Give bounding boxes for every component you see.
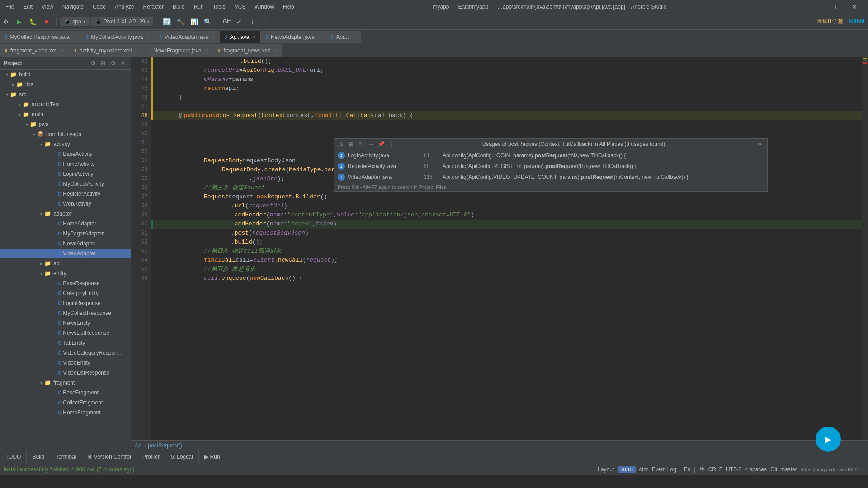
- menu-navigate[interactable]: Navigate: [61, 3, 85, 11]
- tree-item-WebActivity[interactable]: C WebActivity: [0, 199, 131, 209]
- status-time[interactable]: 06:18: [618, 466, 636, 473]
- code-editor[interactable]: 42 43 44 45 46 47 48 49 50 51 52 53 54 5…: [131, 57, 868, 440]
- popup-pin-icon[interactable]: 📌: [377, 141, 385, 148]
- sidebar-icon-settings[interactable]: ⚙: [89, 59, 97, 67]
- status-ctor[interactable]: ctor: [639, 466, 648, 473]
- tree-item-LoginResponse[interactable]: C LoginResponse: [0, 298, 131, 308]
- close-icon[interactable]: ✕: [211, 34, 215, 40]
- tab-videoadapter[interactable]: J VideoAdapter.java ✕: [155, 31, 220, 43]
- tab-activity-mycollect-xml[interactable]: X activity_mycollect.xml ✕: [69, 44, 143, 57]
- menu-run[interactable]: Run: [192, 3, 206, 11]
- menu-analyze[interactable]: Analyze: [113, 3, 136, 11]
- menu-bar[interactable]: File Edit View Navigate Code Analyze Ref…: [4, 3, 296, 11]
- close-icon[interactable]: ✕: [273, 48, 277, 54]
- tab-newsadapter[interactable]: J NewsAdapter.java ✕: [261, 31, 326, 43]
- tree-item-src[interactable]: ▾ 📁 src: [0, 89, 131, 99]
- toolbar-profile-button[interactable]: 📊: [188, 16, 200, 28]
- tab-logcat[interactable]: 5: Logcat: [165, 450, 199, 463]
- status-half2[interactable]: 半: [699, 465, 705, 473]
- tree-item-CategoryEntity[interactable]: C CategoryEntity: [0, 288, 131, 298]
- tab-terminal[interactable]: Terminal: [50, 450, 82, 463]
- path-file[interactable]: Api: [135, 442, 142, 449]
- path-method[interactable]: postRequest(): [148, 442, 182, 449]
- sidebar-icon-layout[interactable]: ⊟: [99, 59, 107, 67]
- tree-item-RegisterActivity[interactable]: C RegisterActivity: [0, 189, 131, 199]
- status-en[interactable]: En: [684, 466, 691, 473]
- popup-grid-icon[interactable]: ⊞: [348, 141, 355, 148]
- tree-item-VideoCategoryResponse[interactable]: C VideoCategoryRespon…: [0, 348, 131, 358]
- git-button-1[interactable]: ✓: [233, 16, 245, 28]
- tree-item-MyPagerAdapter[interactable]: C MyPagerAdapter: [0, 229, 131, 239]
- tab-fragment-video-xml[interactable]: X fragment_video.xml ✕: [0, 44, 69, 57]
- bilibili-float-button[interactable]: ▶: [816, 427, 841, 452]
- close-icon[interactable]: ✕: [72, 34, 76, 40]
- popup-back-icon[interactable]: S: [338, 141, 345, 148]
- tree-item-entity-folder[interactable]: ▾ 📁 entity: [0, 268, 131, 278]
- close-icon[interactable]: ✕: [252, 34, 256, 40]
- close-icon[interactable]: ✕: [134, 48, 138, 54]
- tab-mycollectresponse[interactable]: J MyCollectResponse.java ✕: [0, 31, 81, 43]
- menu-build[interactable]: Build: [171, 3, 187, 11]
- tree-item-MyCollectResponse[interactable]: C MyCollectResponse: [0, 308, 131, 318]
- status-spaces[interactable]: 4 spaces: [745, 466, 767, 473]
- tab-mycollectactivity[interactable]: J MyCollectActivity.java ✕: [81, 31, 155, 43]
- menu-code[interactable]: Code: [91, 3, 108, 11]
- code-content[interactable]: .build(); requestUrl = ApiConfig.BASE_UR…: [151, 57, 868, 440]
- tree-item-adapter-folder[interactable]: ▾ 📁 adapter: [0, 209, 131, 219]
- device-selector[interactable]: 📱 app ▾: [60, 17, 90, 26]
- tab-todo[interactable]: TODO: [0, 450, 27, 463]
- close-button[interactable]: ✕: [844, 0, 864, 14]
- tree-item-BaseResponse[interactable]: C BaseResponse: [0, 278, 131, 288]
- tree-item-HomeFragment[interactable]: C HomeFragment: [0, 408, 131, 418]
- status-git-branch[interactable]: Git: master: [770, 466, 797, 473]
- toolbar-run-button[interactable]: ▶: [14, 16, 25, 28]
- tree-item-main[interactable]: ▾ 📁 main: [0, 109, 131, 119]
- tree-item-BaseFragment[interactable]: C BaseFragment: [0, 388, 131, 398]
- tree-item-CollectFragment[interactable]: C CollectFragment: [0, 398, 131, 408]
- tree-item-java[interactable]: ▾ 📁 java: [0, 119, 131, 129]
- close-icon[interactable]: ✕: [204, 48, 208, 54]
- tree-item-MyCollectActivity[interactable]: C MyCollectActivity: [0, 179, 131, 189]
- menu-tools[interactable]: Tools: [211, 3, 227, 11]
- sidebar-icon-close[interactable]: ✕: [119, 59, 127, 67]
- popup-menu-icon[interactable]: ⋮: [387, 141, 395, 148]
- tree-item-libs[interactable]: ▸ 📁 libs: [0, 80, 131, 89]
- tree-item-TabEntity[interactable]: C TabEntity: [0, 338, 131, 348]
- avd-selector[interactable]: 📱 Pixel 3 XL API 29 ▾: [91, 17, 153, 26]
- tree-item-androidtest[interactable]: ▸ 📁 androidTest: [0, 99, 131, 109]
- usage-row-1[interactable]: J LoginActivity.java 61 Api.config(ApiCo…: [334, 150, 767, 161]
- popup-refresh-icon[interactable]: ↻: [358, 141, 365, 148]
- status-event-log[interactable]: Event Log: [652, 466, 676, 473]
- tree-item-build[interactable]: ▾ 📁 build: [0, 70, 131, 80]
- tree-item-VideoListResponse[interactable]: C VideoListResponse: [0, 368, 131, 378]
- tree-item-api-folder[interactable]: ▸ 📁 api: [0, 258, 131, 268]
- status-half1[interactable]: |: [694, 466, 696, 473]
- toolbar-debug-button[interactable]: 🐛: [27, 16, 39, 28]
- tree-item-NewsAdapter[interactable]: C NewsAdapter: [0, 239, 131, 249]
- maximize-button[interactable]: □: [824, 0, 844, 14]
- usage-row-3[interactable]: J VideoAdapter.java 216 Api.config(ApiCo…: [334, 172, 767, 183]
- menu-view[interactable]: View: [40, 3, 55, 11]
- close-icon[interactable]: ✕: [352, 34, 356, 40]
- usage-row-2[interactable]: J RegisterActivity.java 58 Api.config(Ap…: [334, 161, 767, 172]
- tree-item-VideoAdapter[interactable]: C VideoAdapter: [0, 249, 131, 258]
- tab-api[interactable]: J Api.java ✕: [220, 31, 261, 43]
- tab-build[interactable]: Build: [27, 450, 50, 463]
- toolbar-build-button[interactable]: 🔨: [175, 16, 186, 28]
- popup-edit-icon[interactable]: ✏: [756, 141, 764, 148]
- window-controls[interactable]: ─ □ ✕: [803, 0, 864, 14]
- tab-profiler[interactable]: Profiler: [137, 450, 165, 463]
- tree-item-VideoEntity[interactable]: C VideoEntity: [0, 358, 131, 368]
- tree-item-NewsListResponse[interactable]: C NewsListResponse: [0, 328, 131, 338]
- tree-item-HomeActivity[interactable]: C HomeActivity: [0, 159, 131, 169]
- tree-item-package[interactable]: ▾ 📦 com.ttit.myapp: [0, 129, 131, 139]
- tree-item-HomeAdapter[interactable]: C HomeAdapter: [0, 219, 131, 229]
- status-crlf[interactable]: CRLF: [708, 466, 722, 473]
- toolbar-sync-button[interactable]: 🔄: [161, 16, 173, 28]
- toolbar-stop-button[interactable]: ■: [41, 16, 52, 28]
- menu-help[interactable]: Help: [281, 3, 296, 11]
- popup-expand-icon[interactable]: ↔: [368, 141, 375, 148]
- toolbar-coverage-button[interactable]: 🔍: [202, 16, 213, 28]
- tree-item-activity-folder[interactable]: ▾ 📁 activity: [0, 139, 131, 149]
- git-button-3[interactable]: ↑: [260, 16, 272, 28]
